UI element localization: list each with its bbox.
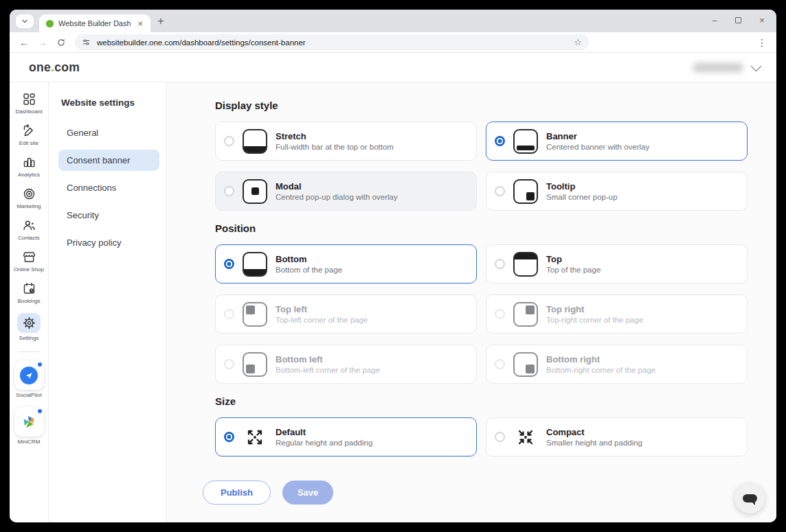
submenu-item-connections[interactable]: Connections bbox=[58, 177, 159, 198]
submenu-item-general[interactable]: General bbox=[58, 122, 159, 143]
display-style-options: StretchFull-width bar at the top or bott… bbox=[215, 122, 748, 211]
consent-banner-settings: Display style StretchFull-width bar at t… bbox=[167, 82, 776, 522]
nav-contacts[interactable]: Contacts bbox=[10, 218, 48, 241]
bottom-left-position-icon bbox=[243, 352, 267, 377]
primary-nav-rail: Dashboard Edit site Analytics Marketing … bbox=[10, 82, 49, 522]
nav-settings[interactable]: Settings bbox=[10, 313, 48, 341]
tooltip-style-icon bbox=[513, 179, 538, 204]
minicrm-card[interactable] bbox=[14, 407, 44, 437]
nav-socialpilot[interactable]: SocialPilot bbox=[10, 360, 48, 398]
option-card-compact[interactable]: CompactSmaller height and padding bbox=[486, 417, 748, 456]
screen: Website Builder Dashboard × + – × ← → we… bbox=[0, 0, 786, 532]
option-title: Compact bbox=[546, 427, 642, 437]
chat-widget-button[interactable] bbox=[734, 483, 765, 513]
option-description: Full-width bar at the top or bottom bbox=[276, 143, 394, 151]
radio-compact[interactable] bbox=[495, 432, 505, 442]
back-icon[interactable]: ← bbox=[19, 38, 29, 47]
minicrm-logo bbox=[21, 414, 37, 430]
save-button[interactable]: Save bbox=[282, 481, 333, 505]
footer-actions: Publish Save bbox=[203, 481, 748, 505]
forward-icon[interactable]: → bbox=[38, 38, 47, 47]
radio-tooltip[interactable] bbox=[495, 186, 505, 196]
option-card-bottom-left: Bottom leftBottom-left corner of the pag… bbox=[215, 345, 477, 384]
option-title: Tooltip bbox=[546, 181, 618, 192]
radio-top-left bbox=[224, 309, 234, 319]
section-title-position: Position bbox=[215, 222, 748, 234]
bookmark-star-icon[interactable]: ☆ bbox=[574, 37, 582, 47]
option-card-stretch[interactable]: StretchFull-width bar at the top or bott… bbox=[215, 122, 477, 161]
settings-submenu: Website settings General Consent banner … bbox=[49, 82, 167, 522]
url-text[interactable]: websitebuilder.one.com/dashboard/setting… bbox=[97, 38, 568, 47]
submenu-item-consent-banner[interactable]: Consent banner bbox=[58, 150, 159, 171]
option-description: Regular height and padding bbox=[276, 439, 372, 447]
option-description: Bottom-right corner of the page bbox=[546, 366, 655, 374]
nav-analytics[interactable]: Analytics bbox=[10, 155, 48, 178]
section-title-display-style: Display style bbox=[215, 100, 748, 111]
top-position-icon bbox=[513, 252, 538, 277]
tab-close-icon[interactable]: × bbox=[135, 19, 145, 29]
option-card-top-left: Top leftTop-left corner of the page bbox=[215, 294, 477, 334]
reload-icon[interactable] bbox=[56, 38, 66, 47]
site-favicon bbox=[46, 20, 54, 27]
window-controls: – × bbox=[710, 16, 767, 25]
modal-style-icon bbox=[243, 179, 267, 204]
nav-marketing[interactable]: Marketing bbox=[10, 187, 48, 209]
submenu-item-security[interactable]: Security bbox=[58, 205, 159, 226]
option-title: Bottom right bbox=[546, 354, 655, 365]
close-window-icon[interactable]: × bbox=[757, 16, 767, 25]
option-card-top-right: Top rightTop-right corner of the page bbox=[486, 294, 748, 334]
minimize-icon[interactable]: – bbox=[710, 16, 719, 25]
radio-default[interactable] bbox=[224, 432, 234, 442]
bottom-right-position-icon bbox=[513, 352, 538, 377]
nav-edit-site[interactable]: Edit site bbox=[10, 124, 48, 146]
top-left-position-icon bbox=[243, 302, 267, 327]
url-bar[interactable]: websitebuilder.one.com/dashboard/setting… bbox=[75, 34, 589, 50]
radio-modal[interactable] bbox=[224, 186, 234, 196]
bookings-icon bbox=[22, 281, 36, 296]
radio-stretch[interactable] bbox=[224, 136, 234, 146]
option-description: Centered banner with overlay bbox=[546, 143, 649, 151]
app-header: one.com bbox=[10, 53, 776, 82]
option-card-default[interactable]: DefaultRegular height and padding bbox=[215, 417, 477, 456]
radio-top[interactable] bbox=[495, 259, 505, 269]
submenu-item-privacy-policy[interactable]: Privacy policy bbox=[58, 232, 159, 253]
browser-tab[interactable]: Website Builder Dashboard × bbox=[39, 14, 150, 32]
tab-title: Website Builder Dashboard bbox=[58, 19, 131, 27]
browser-menu-icon[interactable]: ⋮ bbox=[757, 37, 770, 48]
banner-style-icon bbox=[513, 129, 538, 154]
nav-dashboard[interactable]: Dashboard bbox=[10, 92, 48, 115]
socialpilot-logo bbox=[20, 367, 38, 384]
account-menu[interactable] bbox=[693, 63, 759, 72]
option-card-banner[interactable]: BannerCentered banner with overlay bbox=[486, 122, 748, 161]
socialpilot-card[interactable] bbox=[14, 360, 44, 390]
option-title: Bottom left bbox=[276, 354, 380, 365]
tab-search-button[interactable] bbox=[16, 14, 34, 28]
nav-bookings[interactable]: Bookings bbox=[10, 281, 48, 304]
option-description: Bottom of the page bbox=[276, 266, 342, 274]
option-card-top[interactable]: TopTop of the page bbox=[486, 244, 748, 284]
nav-minicrm[interactable]: MiniCRM bbox=[10, 407, 48, 445]
active-nav-highlight bbox=[17, 313, 41, 333]
radio-bottom[interactable] bbox=[224, 259, 234, 269]
nav-online-shop[interactable]: Online Shop bbox=[10, 250, 48, 273]
option-title: Bottom bbox=[276, 254, 342, 264]
bottom-position-icon bbox=[243, 252, 267, 277]
notification-dot bbox=[38, 362, 42, 367]
option-card-bottom[interactable]: BottomBottom of the page bbox=[215, 244, 477, 284]
rail-divider bbox=[19, 351, 39, 352]
option-card-tooltip[interactable]: TooltipSmall corner pop-up bbox=[486, 172, 748, 211]
maximize-icon[interactable] bbox=[735, 17, 741, 23]
site-info-icon[interactable] bbox=[82, 38, 91, 47]
option-description: Smaller height and padding bbox=[546, 439, 642, 447]
new-tab-button[interactable]: + bbox=[157, 15, 164, 27]
radio-banner[interactable] bbox=[495, 136, 505, 146]
option-description: Bottom-left corner of the page bbox=[276, 366, 380, 374]
account-name-redacted bbox=[693, 63, 743, 72]
browser-toolbar: ← → websitebuilder.one.com/dashboard/set… bbox=[10, 32, 776, 53]
option-description: Top-left corner of the page bbox=[276, 316, 368, 324]
option-description: Small corner pop-up bbox=[546, 193, 618, 201]
chevron-down-icon bbox=[21, 17, 29, 25]
option-card-modal[interactable]: ModalCentred pop-up dialog with overlay bbox=[215, 172, 477, 211]
publish-button[interactable]: Publish bbox=[203, 481, 271, 505]
section-title-size: Size bbox=[215, 395, 748, 407]
